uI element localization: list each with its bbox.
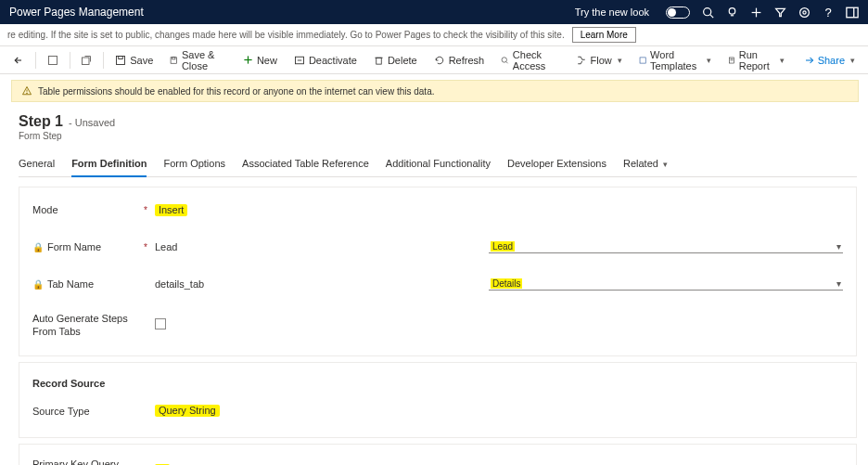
form-name-select[interactable]: Lead ▾ [489,240,843,253]
app-header: Power Pages Management Try the new look … [0,0,868,24]
warning-icon [21,85,32,97]
source-type-value[interactable]: Query String [155,405,220,417]
svg-point-0 [703,7,710,15]
warning-text: Table permissions should be enabled for … [38,86,434,97]
tab-form-options[interactable]: Form Options [163,152,225,176]
chevron-down-icon: ▾ [836,241,841,252]
lock-icon: 🔒 [32,279,44,290]
autogen-checkbox[interactable] [155,318,166,329]
back-button[interactable] [6,47,32,73]
form-definition-section: Mode * Insert 🔒Form Name * Lead Lead ▾ 🔒… [19,187,857,356]
svg-point-2 [729,7,735,14]
required-indicator: * [144,242,147,252]
tab-name-label: Tab Name [47,278,94,290]
word-templates-button[interactable]: Word Templates▾ [632,47,719,73]
svg-rect-14 [117,56,125,64]
chevron-down-icon: ▾ [780,56,785,65]
run-report-button[interactable]: Run Report▾ [721,47,792,73]
source-type-label: Source Type [32,406,90,417]
save-button[interactable]: Save [108,47,160,73]
pk-qs-label: Primary Key Query String Parameter Name [32,458,144,465]
tab-associated-table[interactable]: Associated Table Reference [242,152,369,176]
lightbulb-icon[interactable] [725,6,738,19]
unsaved-indicator: - Unsaved [69,117,115,128]
lock-icon: 🔒 [32,242,44,252]
primary-key-section: Primary Key Query String Parameter Name … [19,444,857,465]
svg-rect-15 [119,56,123,58]
record-source-header: Record Source [32,378,843,389]
help-icon[interactable]: ? [822,6,835,19]
share-button[interactable]: Share▾ [796,47,862,73]
add-icon[interactable] [749,6,762,19]
deactivate-button[interactable]: Deactivate [287,47,364,73]
learn-more-button[interactable]: Learn More [572,27,636,43]
svg-point-24 [502,57,506,61]
chevron-down-icon: ▾ [618,56,622,65]
tab-developer-extensions[interactable]: Developer Extensions [507,152,606,176]
tab-name-value[interactable]: details_tab [155,278,204,290]
search-icon[interactable] [701,6,714,19]
svg-rect-12 [48,56,57,64]
svg-marker-6 [775,8,785,16]
chevron-down-icon: ▾ [850,56,855,65]
form-name-label: Form Name [47,241,101,252]
check-access-button[interactable]: Check Access [493,47,566,73]
publish-info-strip: re editing. If the site is set to public… [0,24,868,46]
panel-toggle-button[interactable] [40,47,66,73]
save-close-button[interactable]: Save & Close [162,47,234,73]
svg-point-33 [27,93,28,94]
svg-rect-17 [172,57,175,58]
tab-form-definition[interactable]: Form Definition [71,152,147,177]
filter-icon[interactable] [773,6,786,19]
chevron-down-icon: ▾ [663,160,668,169]
entity-name: Form Step [19,131,857,141]
tab-general[interactable]: General [19,152,55,176]
required-indicator: * [144,205,147,215]
mode-label: Mode [32,204,58,215]
svg-point-8 [799,7,809,17]
record-source-section: Record Source Source Type * Query String [19,362,857,438]
refresh-button[interactable]: Refresh [427,47,492,73]
svg-line-1 [709,14,712,17]
svg-point-7 [802,10,805,13]
try-new-look-toggle[interactable] [666,6,690,19]
publish-info-text: re editing. If the site is set to public… [7,30,565,40]
svg-rect-16 [171,57,176,62]
form-name-value[interactable]: Lead [155,241,177,252]
svg-rect-9 [847,7,858,18]
panel-icon[interactable] [846,6,859,19]
try-new-look-label: Try the new look [575,6,649,18]
svg-line-25 [506,61,508,63]
permissions-warning: Table permissions should be enabled for … [11,80,859,102]
tab-additional-functionality[interactable]: Additional Functionality [386,152,491,176]
flow-button[interactable]: Flow▾ [568,47,630,73]
open-new-window-button[interactable] [73,47,99,73]
tab-related[interactable]: Related ▾ [623,152,668,176]
page-title: Step 1 [19,113,63,130]
command-bar: Save Save & Close New Deactivate Delete … [0,46,868,74]
autogen-label: Auto Generate Steps From Tabs [32,312,144,339]
chevron-down-icon: ▾ [707,56,711,65]
svg-rect-26 [640,57,645,62]
app-title: Power Pages Management [9,6,144,19]
svg-rect-13 [83,58,90,65]
delete-button[interactable]: Delete [366,47,425,73]
tab-name-select[interactable]: Details ▾ [489,278,843,291]
mode-value[interactable]: Insert [155,204,188,216]
new-button[interactable]: New [236,47,285,73]
svg-rect-22 [377,58,382,64]
chevron-down-icon: ▾ [836,278,841,289]
form-tabs: General Form Definition Form Options Ass… [19,152,857,177]
gear-icon[interactable] [798,6,811,19]
